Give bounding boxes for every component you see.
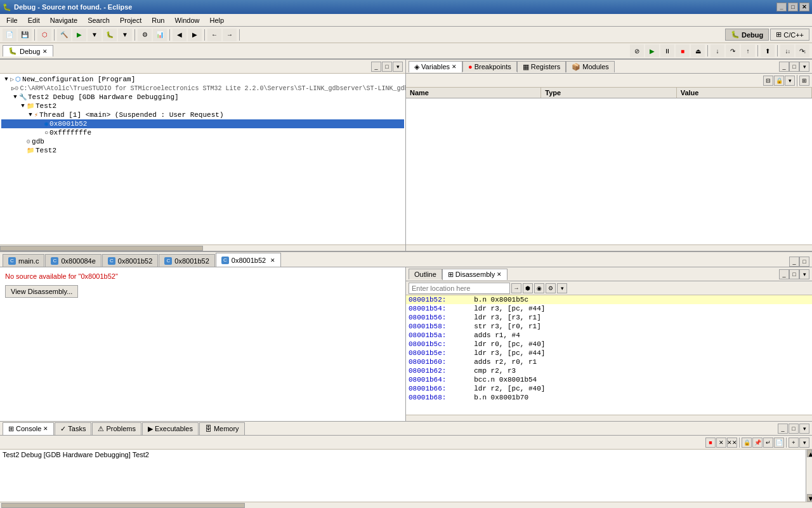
menu-search[interactable]: Search [82,15,115,25]
vars-view-btn[interactable]: ▾ [785,76,795,86]
vars-maximize[interactable]: □ [789,62,799,72]
instr-step-into[interactable]: ↓ᵢ [780,44,794,57]
disasm-btn4[interactable]: ▾ [557,283,567,293]
debug-maximize[interactable]: □ [382,62,392,72]
debug-menu-button[interactable]: ▼ [118,29,132,41]
disasm-row-9[interactable]: 08001b64: bcc.n 0x8001b54 [406,375,812,384]
external-tools[interactable]: ⚙ [138,29,152,41]
terminate-console[interactable]: ■ [705,438,716,448]
skip-all[interactable]: ⊘ [630,44,644,57]
view-disassembly-button[interactable]: View Disassembly... [5,285,78,298]
instr-step-over[interactable]: ↷ᵢ [796,44,809,57]
tab-registers[interactable]: ▦ Registers [517,61,566,72]
debug-tab-close[interactable]: ✕ [43,48,48,55]
menu-help[interactable]: Help [205,15,230,25]
disasm-row-7[interactable]: 08001b60: adds r2, r0, r1 [406,358,812,366]
tab-0x800084e[interactable]: C 0x800084e [45,254,101,267]
new-console[interactable]: + [789,438,799,448]
debug-view-menu[interactable]: ▾ [393,62,403,72]
disasm-btn3[interactable]: ⚙ [546,283,556,293]
tab-tasks[interactable]: ✓ Tasks [55,422,91,435]
menu-file[interactable]: File [1,15,23,25]
outline-view-menu[interactable]: ▾ [799,269,809,279]
remove-launches[interactable]: ✕ [716,438,726,448]
hscroll-thumb[interactable] [0,246,203,251]
next-annotation[interactable]: ▶ [188,29,202,41]
suspend-btn[interactable]: ⏸ [660,44,674,57]
disasm-row-0[interactable]: 08001b52: b.n 0x8001b5c [406,295,812,304]
expand-icon-4[interactable]: ▼ [27,112,34,118]
step-over[interactable]: ↷ [726,44,740,57]
console-view-menu[interactable]: ▾ [799,424,809,434]
resume-btn[interactable]: ▶ [645,44,659,57]
forward-button[interactable]: → [223,29,237,41]
editor-minimize[interactable]: _ [789,257,799,267]
save-button[interactable]: 💾 [18,29,32,41]
menu-run[interactable]: Run [147,15,169,25]
disasm-btn2[interactable]: ◉ [534,283,544,293]
tree-item-config[interactable]: ▼ ▷ ⬡ New_configuration [Program] [1,75,404,84]
step-into[interactable]: ↓ [710,44,724,57]
perspective-debug[interactable]: 🐛 Debug [725,29,769,41]
debug-tab[interactable]: 🐛 Debug ✕ [3,45,53,57]
tree-item-addr2[interactable]: ○ 0xfffffffe [1,128,404,137]
menu-project[interactable]: Project [115,15,147,25]
debug-minimize[interactable]: _ [371,62,381,72]
disasm-row-6[interactable]: 08001b5e: ldr r3, [pc, #44] [406,349,812,358]
tab-breakpoints[interactable]: ● Breakpoints [462,61,517,72]
outline-minimize[interactable]: _ [779,269,789,279]
disasm-row-3[interactable]: 08001b58: str r3, [r0, r1] [406,322,812,331]
debug-run-button[interactable]: 🐛 [103,29,117,41]
disasm-row-10[interactable]: 08001b66: ldr r2, [pc, #40] [406,384,812,393]
tab-0x8001b52-2[interactable]: C 0x8001b52 [159,254,214,267]
vars-minimize[interactable]: _ [779,62,789,72]
location-input[interactable] [409,283,510,294]
disasm-row-5[interactable]: 08001b5c: ldr r0, [pc, #40] [406,340,812,349]
go-to-address[interactable]: → [511,283,521,293]
collapse-all[interactable]: ⊟ [763,76,773,86]
run-button[interactable]: ▶ [72,29,86,41]
terminate-btn[interactable]: ■ [676,44,690,57]
tab-outline[interactable]: Outline [409,269,442,279]
title-bar-controls[interactable]: _ □ ✕ [776,3,809,11]
tab-executables[interactable]: ▶ Executables [142,422,199,435]
outline-maximize[interactable]: □ [789,269,799,279]
disassembly-tab-close[interactable]: ✕ [497,271,502,277]
menu-edit[interactable]: Edit [23,15,45,25]
variables-tab-close[interactable]: ✕ [452,64,457,70]
word-wrap[interactable]: ↵ [763,438,773,448]
maximize-button[interactable]: □ [788,3,798,11]
tree-item-gdb[interactable]: ⚙ gdb [1,137,404,146]
show-console[interactable]: ▾ [799,438,809,448]
tab-modules[interactable]: 📦 Modules [566,61,615,72]
vscroll-thumb-bottom[interactable]: ▼ [807,494,812,502]
run-menu-button[interactable]: ▼ [88,29,102,41]
drop-to-frame[interactable]: ⬆ [761,44,775,57]
tab-variables[interactable]: ◈ Variables ✕ [409,61,462,72]
tree-item-test2b[interactable]: 📁 Test2 [1,146,404,155]
vars-view-menu[interactable]: ▾ [799,62,809,72]
vars-scroll-lock[interactable]: 🔒 [774,76,784,86]
console-tab-close[interactable]: ✕ [43,425,48,432]
build-button[interactable]: 🔨 [57,29,71,41]
editor-maximize[interactable]: □ [799,257,809,267]
tab-0x8001b52-1[interactable]: C 0x8001b52 [102,254,158,267]
open-console[interactable]: 📄 [774,438,784,448]
vars-hscrollbar[interactable] [406,244,812,251]
tab-0x8001b52-3[interactable]: C 0x8001b52 ✕ [216,253,281,267]
disasm-btn1[interactable]: ⬢ [523,283,533,293]
tree-item-gdbserver[interactable]: ▷ ⚙ C:\ARM\Atolic\TrueSTUDIO for STMicro… [1,84,404,93]
disasm-row-1[interactable]: 08001b54: ldr r3, [pc, #44] [406,304,812,313]
debug-hscrollbar[interactable] [0,244,405,251]
console-minimize[interactable]: _ [778,424,788,434]
step-return[interactable]: ↑ [741,44,755,57]
tree-item-addr1[interactable]: ◉ 0x8001b52 [1,119,404,128]
console-hscroll-thumb[interactable] [1,503,245,508]
scroll-lock-console[interactable]: 🔒 [742,438,752,448]
menu-navigate[interactable]: Navigate [45,15,82,25]
minimize-button[interactable]: _ [776,3,787,11]
disasm-hscrollbar[interactable] [406,415,812,421]
tab-problems[interactable]: ⚠ Problems [92,422,141,435]
console-maximize[interactable]: □ [789,424,799,434]
disasm-row-11[interactable]: 08001b68: b.n 0x8001b70 [406,393,812,402]
